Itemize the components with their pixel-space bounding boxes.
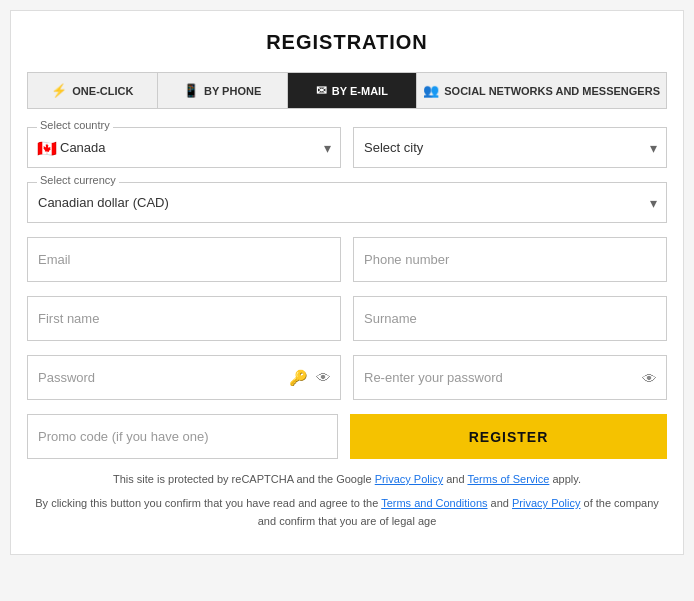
password-row: 🔑 👁 👁 xyxy=(27,355,667,400)
terms-of-service-link[interactable]: Terms of Service xyxy=(467,473,549,485)
country-city-row: Select country 🇨🇦 Canada United States U… xyxy=(27,127,667,168)
firstname-input[interactable] xyxy=(27,296,341,341)
firstname-field-group xyxy=(27,296,341,341)
register-button[interactable]: REGISTER xyxy=(350,414,667,459)
email-icon: ✉ xyxy=(316,83,327,98)
phone-input[interactable] xyxy=(353,237,667,282)
password-field-group: 🔑 👁 xyxy=(27,355,341,400)
city-field-group: Select city xyxy=(353,127,667,168)
reenter-icons: 👁 xyxy=(642,369,657,386)
currency-label: Select currency xyxy=(37,174,119,186)
city-select[interactable]: Select city xyxy=(353,127,667,168)
country-field-group: Select country 🇨🇦 Canada United States U… xyxy=(27,127,341,168)
name-row xyxy=(27,296,667,341)
phone-icon: 📱 xyxy=(183,83,199,98)
surname-input[interactable] xyxy=(353,296,667,341)
currency-field-group: Select currency Canadian dollar (CAD) US… xyxy=(27,182,667,223)
bolt-icon: ⚡ xyxy=(51,83,67,98)
country-select[interactable]: Canada United States United Kingdom xyxy=(27,127,341,168)
tab-by-email[interactable]: ✉ BY E-MAIL xyxy=(288,73,418,108)
reenter-eye-icon[interactable]: 👁 xyxy=(642,369,657,386)
email-input[interactable] xyxy=(27,237,341,282)
reenter-field-group: 👁 xyxy=(353,355,667,400)
phone-field-group xyxy=(353,237,667,282)
reenter-input[interactable] xyxy=(353,355,667,400)
city-select-wrapper: Select city xyxy=(353,127,667,168)
country-select-wrapper: 🇨🇦 Canada United States United Kingdom xyxy=(27,127,341,168)
terms-conditions-link[interactable]: Terms and Conditions xyxy=(381,497,487,509)
currency-select-wrapper: Canadian dollar (CAD) US Dollar (USD) Eu… xyxy=(27,182,667,223)
currency-row: Select currency Canadian dollar (CAD) US… xyxy=(27,182,667,223)
eye-icon[interactable]: 👁 xyxy=(316,369,331,386)
disclaimer-text: By clicking this button you confirm that… xyxy=(27,495,667,530)
tab-by-phone[interactable]: 📱 BY PHONE xyxy=(158,73,288,108)
promo-input[interactable] xyxy=(27,414,338,459)
key-icon: 🔑 xyxy=(289,369,308,387)
social-icon: 👥 xyxy=(423,83,439,98)
registration-tabs: ⚡ ONE-CLICK 📱 BY PHONE ✉ BY E-MAIL 👥 SOC… xyxy=(27,72,667,109)
email-phone-row xyxy=(27,237,667,282)
country-label: Select country xyxy=(37,119,113,131)
surname-field-group xyxy=(353,296,667,341)
email-field-group xyxy=(27,237,341,282)
captcha-notice: This site is protected by reCAPTCHA and … xyxy=(27,473,667,485)
disclaimer-privacy-link[interactable]: Privacy Policy xyxy=(512,497,580,509)
tab-one-click[interactable]: ⚡ ONE-CLICK xyxy=(28,73,158,108)
registration-form: REGISTRATION ⚡ ONE-CLICK 📱 BY PHONE ✉ BY… xyxy=(10,10,684,555)
password-icons: 🔑 👁 xyxy=(289,369,331,387)
tab-social[interactable]: 👥 SOCIAL NETWORKS AND MESSENGERS xyxy=(417,73,666,108)
page-title: REGISTRATION xyxy=(27,31,667,54)
promo-register-row: REGISTER xyxy=(27,414,667,459)
privacy-policy-link[interactable]: Privacy Policy xyxy=(375,473,443,485)
currency-select[interactable]: Canadian dollar (CAD) US Dollar (USD) Eu… xyxy=(27,182,667,223)
